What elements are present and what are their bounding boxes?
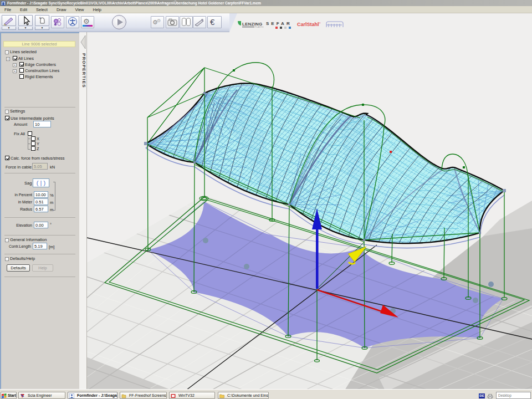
svg-text:PLASTICS: PLASTICS — [255, 26, 264, 28]
svg-text:⚙: ⚙ — [157, 18, 161, 23]
svg-text:+: + — [39, 16, 42, 21]
svg-text:SEFAR: SEFAR — [266, 21, 292, 26]
svg-text:⚙: ⚙ — [83, 17, 90, 25]
svg-text:€: € — [210, 17, 215, 27]
